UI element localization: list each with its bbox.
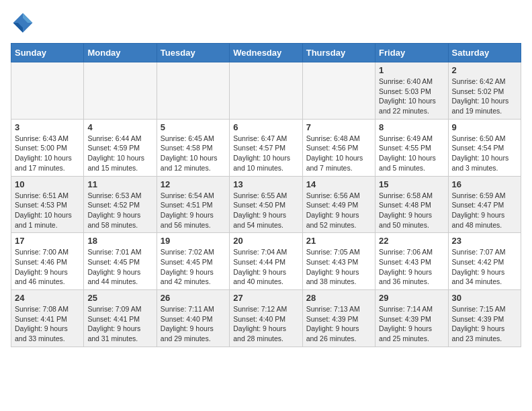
calendar-cell: 26Sunrise: 7:11 AM Sunset: 4:40 PM Dayli…	[157, 290, 229, 347]
calendar-cell: 4Sunrise: 6:44 AM Sunset: 4:59 PM Daylig…	[84, 119, 157, 176]
day-info: Sunrise: 7:15 AM Sunset: 4:39 PM Dayligh…	[452, 304, 517, 344]
day-number: 17	[15, 236, 80, 246]
day-number: 29	[379, 293, 444, 303]
day-number: 13	[233, 179, 298, 189]
day-header-tuesday: Tuesday	[157, 44, 229, 62]
calendar-cell: 6Sunrise: 6:47 AM Sunset: 4:57 PM Daylig…	[230, 119, 302, 176]
calendar-cell: 29Sunrise: 7:14 AM Sunset: 4:39 PM Dayli…	[375, 290, 448, 347]
calendar-cell: 12Sunrise: 6:54 AM Sunset: 4:51 PM Dayli…	[157, 176, 229, 233]
day-header-friday: Friday	[375, 44, 448, 62]
day-info: Sunrise: 6:51 AM Sunset: 4:53 PM Dayligh…	[15, 191, 80, 230]
day-info: Sunrise: 6:58 AM Sunset: 4:48 PM Dayligh…	[379, 191, 444, 230]
day-number: 2	[452, 65, 517, 75]
page-header	[11, 11, 521, 35]
calendar-week-row: 17Sunrise: 7:00 AM Sunset: 4:46 PM Dayli…	[11, 233, 521, 290]
day-info: Sunrise: 7:14 AM Sunset: 4:39 PM Dayligh…	[379, 304, 444, 344]
day-info: Sunrise: 6:47 AM Sunset: 4:57 PM Dayligh…	[233, 134, 298, 173]
day-info: Sunrise: 6:48 AM Sunset: 4:56 PM Dayligh…	[306, 134, 371, 173]
day-info: Sunrise: 6:55 AM Sunset: 4:50 PM Dayligh…	[233, 191, 298, 230]
calendar-cell	[11, 62, 84, 120]
calendar-table: SundayMondayTuesdayWednesdayThursdayFrid…	[11, 43, 521, 347]
day-info: Sunrise: 7:09 AM Sunset: 4:41 PM Dayligh…	[87, 304, 152, 344]
day-info: Sunrise: 7:08 AM Sunset: 4:41 PM Dayligh…	[15, 304, 80, 344]
calendar-cell: 19Sunrise: 7:02 AM Sunset: 4:45 PM Dayli…	[157, 233, 229, 290]
calendar-week-row: 1Sunrise: 6:40 AM Sunset: 5:03 PM Daylig…	[11, 62, 521, 120]
calendar-cell	[84, 62, 157, 120]
logo-icon	[11, 11, 35, 35]
day-number: 27	[233, 293, 298, 303]
day-header-saturday: Saturday	[448, 44, 521, 62]
day-info: Sunrise: 7:02 AM Sunset: 4:45 PM Dayligh…	[161, 247, 226, 287]
day-number: 3	[15, 122, 80, 132]
day-number: 16	[452, 179, 517, 189]
day-number: 28	[306, 293, 371, 303]
day-number: 12	[161, 179, 226, 189]
day-number: 21	[306, 236, 371, 246]
calendar-week-row: 24Sunrise: 7:08 AM Sunset: 4:41 PM Dayli…	[11, 290, 521, 347]
day-number: 14	[306, 179, 371, 189]
day-number: 22	[379, 236, 444, 246]
calendar-cell: 2Sunrise: 6:42 AM Sunset: 5:02 PM Daylig…	[448, 62, 521, 120]
day-info: Sunrise: 6:59 AM Sunset: 4:47 PM Dayligh…	[452, 191, 517, 230]
day-info: Sunrise: 6:42 AM Sunset: 5:02 PM Dayligh…	[452, 77, 517, 116]
calendar-cell: 24Sunrise: 7:08 AM Sunset: 4:41 PM Dayli…	[11, 290, 84, 347]
calendar-cell: 30Sunrise: 7:15 AM Sunset: 4:39 PM Dayli…	[448, 290, 521, 347]
day-number: 7	[306, 122, 371, 132]
calendar-cell: 16Sunrise: 6:59 AM Sunset: 4:47 PM Dayli…	[448, 176, 521, 233]
day-number: 4	[87, 122, 152, 132]
calendar-cell: 20Sunrise: 7:04 AM Sunset: 4:44 PM Dayli…	[230, 233, 302, 290]
day-number: 20	[233, 236, 298, 246]
day-header-sunday: Sunday	[11, 44, 84, 62]
calendar-cell	[157, 62, 229, 120]
calendar-cell: 18Sunrise: 7:01 AM Sunset: 4:45 PM Dayli…	[84, 233, 157, 290]
calendar-cell: 23Sunrise: 7:07 AM Sunset: 4:42 PM Dayli…	[448, 233, 521, 290]
day-info: Sunrise: 7:11 AM Sunset: 4:40 PM Dayligh…	[161, 304, 226, 344]
day-number: 19	[161, 236, 226, 246]
day-info: Sunrise: 7:07 AM Sunset: 4:42 PM Dayligh…	[452, 247, 517, 287]
calendar-cell: 17Sunrise: 7:00 AM Sunset: 4:46 PM Dayli…	[11, 233, 84, 290]
calendar-cell: 13Sunrise: 6:55 AM Sunset: 4:50 PM Dayli…	[230, 176, 302, 233]
day-info: Sunrise: 6:40 AM Sunset: 5:03 PM Dayligh…	[379, 77, 444, 116]
day-header-monday: Monday	[84, 44, 157, 62]
calendar-cell: 7Sunrise: 6:48 AM Sunset: 4:56 PM Daylig…	[302, 119, 375, 176]
day-number: 25	[87, 293, 152, 303]
day-header-wednesday: Wednesday	[230, 44, 302, 62]
day-info: Sunrise: 7:04 AM Sunset: 4:44 PM Dayligh…	[233, 247, 298, 287]
day-info: Sunrise: 7:06 AM Sunset: 4:43 PM Dayligh…	[379, 247, 444, 287]
day-info: Sunrise: 6:45 AM Sunset: 4:58 PM Dayligh…	[161, 134, 226, 173]
day-info: Sunrise: 7:13 AM Sunset: 4:39 PM Dayligh…	[306, 304, 371, 344]
calendar-cell: 3Sunrise: 6:43 AM Sunset: 5:00 PM Daylig…	[11, 119, 84, 176]
day-number: 5	[161, 122, 226, 132]
calendar-week-row: 3Sunrise: 6:43 AM Sunset: 5:00 PM Daylig…	[11, 119, 521, 176]
calendar-cell: 27Sunrise: 7:12 AM Sunset: 4:40 PM Dayli…	[230, 290, 302, 347]
day-number: 10	[15, 179, 80, 189]
calendar-cell: 28Sunrise: 7:13 AM Sunset: 4:39 PM Dayli…	[302, 290, 375, 347]
calendar-cell	[230, 62, 302, 120]
day-number: 6	[233, 122, 298, 132]
calendar-week-row: 10Sunrise: 6:51 AM Sunset: 4:53 PM Dayli…	[11, 176, 521, 233]
day-number: 15	[379, 179, 444, 189]
day-number: 23	[452, 236, 517, 246]
day-number: 11	[87, 179, 152, 189]
day-number: 26	[161, 293, 226, 303]
calendar-cell: 5Sunrise: 6:45 AM Sunset: 4:58 PM Daylig…	[157, 119, 229, 176]
calendar-cell: 21Sunrise: 7:05 AM Sunset: 4:43 PM Dayli…	[302, 233, 375, 290]
day-number: 8	[379, 122, 444, 132]
day-info: Sunrise: 6:50 AM Sunset: 4:54 PM Dayligh…	[452, 134, 517, 173]
day-number: 18	[87, 236, 152, 246]
calendar-cell: 11Sunrise: 6:53 AM Sunset: 4:52 PM Dayli…	[84, 176, 157, 233]
day-info: Sunrise: 6:43 AM Sunset: 5:00 PM Dayligh…	[15, 134, 80, 173]
day-number: 30	[452, 293, 517, 303]
day-info: Sunrise: 7:00 AM Sunset: 4:46 PM Dayligh…	[15, 247, 80, 287]
calendar-cell: 25Sunrise: 7:09 AM Sunset: 4:41 PM Dayli…	[84, 290, 157, 347]
calendar-cell: 22Sunrise: 7:06 AM Sunset: 4:43 PM Dayli…	[375, 233, 448, 290]
calendar-cell	[302, 62, 375, 120]
day-number: 1	[379, 65, 444, 75]
day-header-thursday: Thursday	[302, 44, 375, 62]
day-number: 24	[15, 293, 80, 303]
calendar-cell: 10Sunrise: 6:51 AM Sunset: 4:53 PM Dayli…	[11, 176, 84, 233]
day-info: Sunrise: 7:01 AM Sunset: 4:45 PM Dayligh…	[87, 247, 152, 287]
calendar-cell: 15Sunrise: 6:58 AM Sunset: 4:48 PM Dayli…	[375, 176, 448, 233]
day-info: Sunrise: 7:12 AM Sunset: 4:40 PM Dayligh…	[233, 304, 298, 344]
calendar-cell: 1Sunrise: 6:40 AM Sunset: 5:03 PM Daylig…	[375, 62, 448, 120]
